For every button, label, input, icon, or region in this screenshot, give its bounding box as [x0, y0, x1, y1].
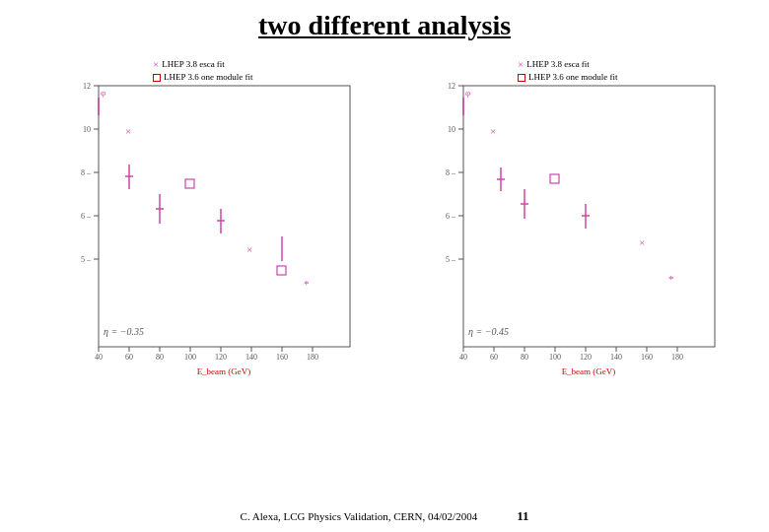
chart-left-svg: σ/<E> [%] 12 10 8 – 6 – 5 – 40 60 80 100…: [69, 81, 360, 381]
svg-text:40: 40: [95, 353, 103, 362]
svg-text:10: 10: [83, 125, 91, 134]
svg-text:*: *: [304, 278, 310, 290]
svg-text:180: 180: [671, 353, 683, 362]
page-title: two different analysis: [0, 0, 769, 51]
chart-left: × LHEP 3.8 esca fit LHEP 3.6 one module …: [35, 56, 370, 421]
svg-text:φ: φ: [101, 88, 105, 98]
svg-text:100: 100: [184, 353, 196, 362]
svg-text:5 –: 5 –: [81, 255, 92, 264]
chart-right: × LHEP 3.8 esca fit LHEP 3.6 one module …: [399, 56, 734, 421]
legend-label-1: LHEP 3.8 esca fit: [162, 58, 225, 71]
svg-text:120: 120: [215, 353, 227, 362]
svg-text:60: 60: [125, 353, 133, 362]
svg-text:×: ×: [125, 125, 131, 137]
svg-text:140: 140: [245, 353, 257, 362]
svg-text:80: 80: [521, 353, 528, 362]
svg-text:E_beam (GeV): E_beam (GeV): [197, 366, 251, 376]
svg-text:8 –: 8 –: [446, 168, 456, 177]
svg-text:5 –: 5 –: [446, 255, 456, 264]
svg-text:140: 140: [610, 353, 622, 362]
chart-right-svg: σ/<E> [%] 12 10 8 – 6 – 5 – 40 60 80 100…: [434, 81, 725, 381]
svg-text:6 –: 6 –: [81, 212, 92, 221]
svg-text:8 –: 8 –: [81, 168, 92, 177]
svg-text:E_beam (GeV): E_beam (GeV): [562, 366, 616, 376]
page-number: 11: [517, 508, 528, 524]
svg-text:12: 12: [83, 82, 91, 91]
svg-text:10: 10: [448, 125, 455, 134]
svg-text:×: ×: [490, 125, 496, 137]
svg-text:60: 60: [490, 353, 498, 362]
svg-text:180: 180: [307, 353, 318, 362]
svg-text:×: ×: [639, 236, 645, 248]
footer-citation: C. Alexa, LCG Physics Validation, CERN, …: [241, 510, 478, 522]
svg-text:×: ×: [246, 243, 252, 255]
charts-container: × LHEP 3.8 esca fit LHEP 3.6 one module …: [0, 56, 769, 421]
svg-text:100: 100: [549, 353, 561, 362]
svg-rect-0: [99, 86, 350, 347]
svg-text:*: *: [668, 273, 674, 285]
legend-item-1: × LHEP 3.8 esca fit: [153, 58, 365, 71]
svg-text:12: 12: [448, 82, 455, 91]
svg-text:η = −0.45: η = −0.45: [468, 326, 509, 337]
svg-text:160: 160: [276, 353, 288, 362]
svg-text:80: 80: [156, 353, 164, 362]
legend-right-item-1: × LHEP 3.8 esca fit: [518, 58, 730, 71]
svg-text:40: 40: [459, 353, 467, 362]
svg-text:η = −0.35: η = −0.35: [104, 326, 144, 337]
svg-text:120: 120: [580, 353, 592, 362]
svg-text:6 –: 6 –: [446, 212, 456, 221]
footer: C. Alexa, LCG Physics Validation, CERN, …: [0, 508, 769, 524]
legend-right-label-1: LHEP 3.8 esca fit: [526, 58, 590, 71]
svg-text:160: 160: [641, 353, 653, 362]
svg-text:φ: φ: [465, 88, 470, 98]
